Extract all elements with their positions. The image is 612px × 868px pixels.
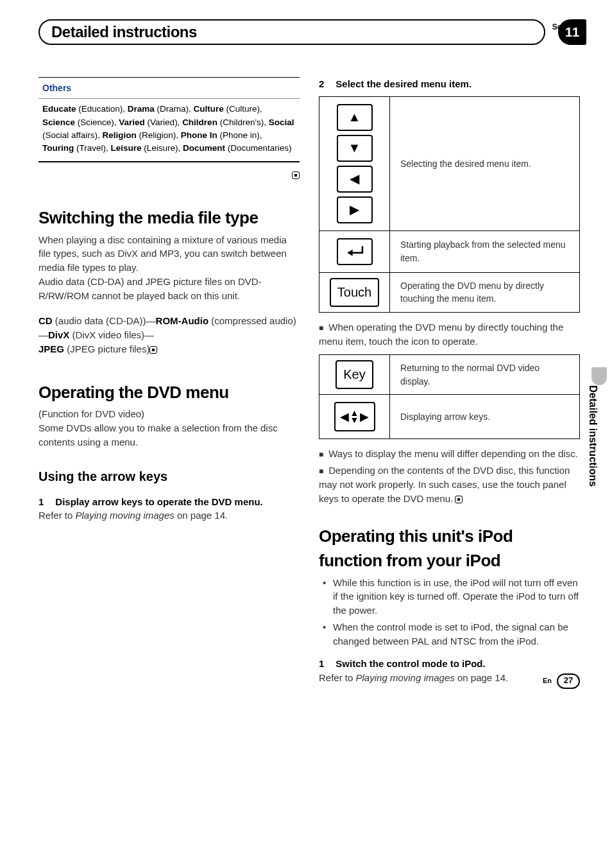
cat-leisure: Leisure [110,143,141,153]
note-menu-display: ■Ways to display the menu will differ de… [319,447,580,461]
side-tab-decoration [591,367,607,385]
media-chain: CD (audio data (CD-DA))—ROM-Audio (compr… [38,314,300,356]
key-button[interactable]: Key [336,360,373,389]
down-arrow-button[interactable]: ▼ [337,135,373,162]
left-column: Others Educate (Education), Drama (Drama… [38,77,300,685]
arrow-keys-cell: ▲ ▼ ◀ ▶ [319,96,390,230]
controls-table-1: ▲ ▼ ◀ ▶ Selecting the desired menu item. [319,96,580,313]
page-header: Detailed instructions 11 [38,19,580,45]
enter-key-desc: Starting playback from the selected menu… [390,230,580,272]
step-1: 1Display arrow keys to operate the DVD m… [38,495,300,509]
up-arrow-button[interactable]: ▲ [337,104,373,131]
right-arrow-button[interactable]: ▶ [337,196,373,223]
switching-heading: Switching the media file type [38,206,300,230]
step-1-ref: Refer to Playing moving images on page 1… [38,508,300,523]
section-end-icon [292,171,300,179]
ipod-bullet-1: While this function is in use, the iPod … [319,576,580,618]
step-ipod-number: 1 [319,658,324,669]
cat-culture: Culture [194,104,224,114]
touch-button[interactable]: Touch [330,278,379,307]
header-pill: Detailed instructions [38,19,545,45]
operating-dvd-subtitle: (Function for DVD video) [38,407,300,421]
ipod-bullet-2: When the control mode is set to iPod, th… [319,620,580,648]
left-arrow-button[interactable]: ◀ [337,166,373,193]
arrow-cluster-cell: ◀ ▲ ▼ ▶ [319,395,390,439]
touch-key-desc: Operating the DVD menu by directly touch… [390,272,580,312]
arrow-keys-desc: Selecting the desired menu item. [390,96,580,230]
right-column: 2Select the desired menu item. ▲ ▼ ◀ ▶ S… [319,77,580,685]
enter-key-cell [319,230,390,272]
cat-varied: Varied [119,117,145,127]
section-end-icon [149,346,157,354]
switching-para-1: When playing a disc containing a mixture… [38,233,300,275]
step-ipod: 1Switch the control mode to iPod. [319,657,580,671]
page-title: Detailed instructions [51,21,197,44]
language-label: En [543,676,552,686]
bullet-icon: ■ [319,324,323,333]
cat-social: Social [269,117,294,127]
step-2-text: Select the desired menu item. [336,78,472,89]
cat-children: Children [182,117,217,127]
step-ipod-text: Switch the control mode to iPod. [336,658,485,669]
operating-dvd-para: Some DVDs allow you to make a selection … [38,421,300,449]
arrow-cluster-desc: Displaying arrow keys. [390,395,580,439]
enter-icon [344,244,366,259]
cat-touring: Touring [42,143,74,153]
step-ipod-ref: Refer to Playing moving images on page 1… [319,671,580,685]
arrow-cluster-button[interactable]: ◀ ▲ ▼ ▶ [334,402,375,431]
note-dvd-contents: ■Depending on the contents of the DVD di… [319,464,580,505]
ipod-heading: Operating this unit's iPod function from… [319,525,580,573]
bullet-icon: ■ [319,467,323,476]
note-direct-touch: ■When operating the DVD menu by directly… [319,320,580,349]
section-number-badge: 11 [558,19,586,45]
section-end-icon [455,496,463,503]
switching-para-2: Audio data (CD-DA) and JPEG picture file… [38,275,300,303]
arrow-keys-heading: Using the arrow keys [38,467,300,486]
cat-phone: Phone In [181,130,217,140]
step-1-number: 1 [38,496,44,507]
step-1-text: Display arrow keys to operate the DVD me… [55,496,262,507]
step-2-number: 2 [319,78,324,89]
page-footer: En 27 [543,673,580,689]
enter-button[interactable] [337,238,373,265]
step-2: 2Select the desired menu item. [319,77,580,91]
cat-drama: Drama [128,104,155,114]
cat-document: Document [183,143,225,153]
ipod-bullet-list: While this function is in use, the iPod … [319,576,580,648]
cat-educate: Educate [42,104,76,114]
operating-dvd-heading: Operating the DVD menu [38,381,300,405]
bullet-icon: ■ [319,450,323,459]
page-number-badge: 27 [557,673,580,689]
down-arrow-icon: ▼ [350,417,359,424]
cat-science: Science [42,117,75,127]
side-tab-label: Detailed instructions [586,385,600,487]
key-label-cell: Key [319,355,390,395]
controls-table-2: Key Returning to the normal DVD video di… [319,354,580,439]
cat-religion: Religion [103,130,137,140]
others-header: Others [38,77,300,99]
touch-key-cell: Touch [319,272,390,312]
key-label-desc: Returning to the normal DVD video displa… [390,355,580,395]
others-body: Educate (Education), Drama (Drama), Cult… [38,99,300,162]
